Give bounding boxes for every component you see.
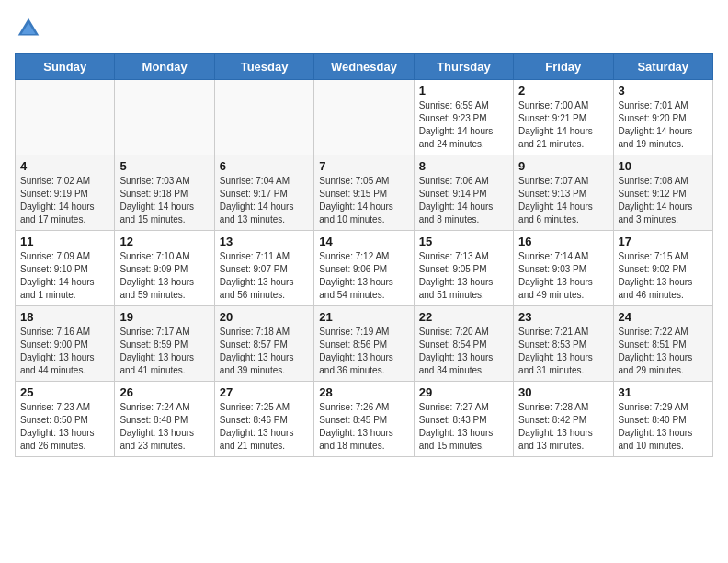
day-cell: 18Sunrise: 7:16 AM Sunset: 9:00 PM Dayli… [16,306,115,382]
day-number: 22 [419,310,508,324]
day-info: Sunrise: 7:18 AM Sunset: 8:57 PM Dayligh… [220,326,309,377]
week-row-4: 18Sunrise: 7:16 AM Sunset: 9:00 PM Dayli… [16,306,713,382]
day-cell: 31Sunrise: 7:29 AM Sunset: 8:40 PM Dayli… [613,382,712,457]
day-number: 25 [20,385,109,399]
day-info: Sunrise: 7:08 AM Sunset: 9:12 PM Dayligh… [619,175,708,226]
day-number: 4 [20,159,109,173]
day-info: Sunrise: 7:04 AM Sunset: 9:17 PM Dayligh… [220,175,309,226]
day-cell: 20Sunrise: 7:18 AM Sunset: 8:57 PM Dayli… [214,306,313,382]
day-number: 23 [518,310,608,324]
logo-icon [15,15,42,42]
day-cell: 27Sunrise: 7:25 AM Sunset: 8:46 PM Dayli… [214,382,313,457]
week-row-3: 11Sunrise: 7:09 AM Sunset: 9:10 PM Dayli… [16,231,713,306]
day-number: 17 [619,235,708,248]
day-cell: 29Sunrise: 7:27 AM Sunset: 8:43 PM Dayli… [414,382,513,457]
day-cell: 4Sunrise: 7:02 AM Sunset: 9:19 PM Daylig… [16,155,115,231]
day-cell: 22Sunrise: 7:20 AM Sunset: 8:54 PM Dayli… [414,306,513,382]
day-info: Sunrise: 7:10 AM Sunset: 9:09 PM Dayligh… [119,250,209,302]
calendar: SundayMondayTuesdayWednesdayThursdayFrid… [15,53,713,457]
day-number: 1 [419,84,508,98]
day-number: 30 [518,385,608,399]
weekday-sunday: Sunday [16,54,115,80]
day-number: 28 [319,385,408,399]
day-cell: 21Sunrise: 7:19 AM Sunset: 8:56 PM Dayli… [314,306,414,382]
day-number: 29 [419,385,508,399]
day-info: Sunrise: 7:09 AM Sunset: 9:10 PM Dayligh… [20,250,109,302]
day-info: Sunrise: 7:17 AM Sunset: 8:59 PM Dayligh… [119,326,209,377]
day-cell: 23Sunrise: 7:21 AM Sunset: 8:53 PM Dayli… [514,306,613,382]
day-info: Sunrise: 7:23 AM Sunset: 8:50 PM Dayligh… [20,401,109,453]
calendar-header: SundayMondayTuesdayWednesdayThursdayFrid… [16,54,713,80]
day-cell: 24Sunrise: 7:22 AM Sunset: 8:51 PM Dayli… [613,306,712,382]
day-info: Sunrise: 7:13 AM Sunset: 9:05 PM Dayligh… [419,250,508,302]
week-row-1: 1Sunrise: 6:59 AM Sunset: 9:23 PM Daylig… [16,80,713,155]
week-row-5: 25Sunrise: 7:23 AM Sunset: 8:50 PM Dayli… [16,382,713,457]
day-info: Sunrise: 7:22 AM Sunset: 8:51 PM Dayligh… [619,326,708,377]
day-number: 31 [619,385,708,399]
day-cell: 8Sunrise: 7:06 AM Sunset: 9:14 PM Daylig… [414,155,513,231]
day-info: Sunrise: 7:14 AM Sunset: 9:03 PM Dayligh… [518,250,608,302]
day-info: Sunrise: 7:02 AM Sunset: 9:19 PM Dayligh… [20,175,109,226]
day-info: Sunrise: 7:26 AM Sunset: 8:45 PM Dayligh… [319,401,408,453]
page-header [15,15,713,42]
day-number: 19 [119,310,209,324]
day-number: 8 [419,159,508,173]
day-cell: 17Sunrise: 7:15 AM Sunset: 9:02 PM Dayli… [613,231,712,306]
day-info: Sunrise: 7:24 AM Sunset: 8:48 PM Dayligh… [119,401,209,453]
day-cell: 26Sunrise: 7:24 AM Sunset: 8:48 PM Dayli… [115,382,214,457]
day-cell: 5Sunrise: 7:03 AM Sunset: 9:18 PM Daylig… [115,155,214,231]
day-number: 14 [319,235,408,248]
day-number: 20 [220,310,309,324]
week-row-2: 4Sunrise: 7:02 AM Sunset: 9:19 PM Daylig… [16,155,713,231]
weekday-saturday: Saturday [613,54,712,80]
day-number: 24 [619,310,708,324]
day-info: Sunrise: 7:20 AM Sunset: 8:54 PM Dayligh… [419,326,508,377]
day-cell: 6Sunrise: 7:04 AM Sunset: 9:17 PM Daylig… [214,155,313,231]
day-info: Sunrise: 7:15 AM Sunset: 9:02 PM Dayligh… [619,250,708,302]
day-number: 18 [20,310,109,324]
day-cell: 16Sunrise: 7:14 AM Sunset: 9:03 PM Dayli… [514,231,613,306]
day-cell: 13Sunrise: 7:11 AM Sunset: 9:07 PM Dayli… [214,231,313,306]
day-info: Sunrise: 7:29 AM Sunset: 8:40 PM Dayligh… [619,401,708,453]
day-info: Sunrise: 7:28 AM Sunset: 8:42 PM Dayligh… [518,401,608,453]
day-number: 2 [518,84,608,98]
day-number: 16 [518,235,608,248]
day-number: 5 [119,159,209,173]
weekday-friday: Friday [514,54,613,80]
day-cell: 10Sunrise: 7:08 AM Sunset: 9:12 PM Dayli… [613,155,712,231]
day-info: Sunrise: 7:05 AM Sunset: 9:15 PM Dayligh… [319,175,408,226]
weekday-tuesday: Tuesday [214,54,313,80]
day-number: 3 [619,84,708,98]
day-info: Sunrise: 6:59 AM Sunset: 9:23 PM Dayligh… [419,99,508,151]
day-info: Sunrise: 7:12 AM Sunset: 9:06 PM Dayligh… [319,250,408,302]
day-number: 11 [20,235,109,248]
logo [15,15,46,42]
day-info: Sunrise: 7:03 AM Sunset: 9:18 PM Dayligh… [119,175,209,226]
day-cell: 3Sunrise: 7:01 AM Sunset: 9:20 PM Daylig… [613,80,712,155]
day-info: Sunrise: 7:00 AM Sunset: 9:21 PM Dayligh… [518,99,608,151]
day-cell: 12Sunrise: 7:10 AM Sunset: 9:09 PM Dayli… [115,231,214,306]
day-number: 26 [119,385,209,399]
day-number: 21 [319,310,408,324]
day-info: Sunrise: 7:11 AM Sunset: 9:07 PM Dayligh… [220,250,309,302]
day-cell [314,80,414,155]
day-number: 10 [619,159,708,173]
day-cell [214,80,313,155]
day-number: 6 [220,159,309,173]
weekday-thursday: Thursday [414,54,513,80]
day-cell: 19Sunrise: 7:17 AM Sunset: 8:59 PM Dayli… [115,306,214,382]
day-cell: 1Sunrise: 6:59 AM Sunset: 9:23 PM Daylig… [414,80,513,155]
day-cell: 9Sunrise: 7:07 AM Sunset: 9:13 PM Daylig… [514,155,613,231]
day-number: 12 [119,235,209,248]
day-number: 7 [319,159,408,173]
calendar-body: 1Sunrise: 6:59 AM Sunset: 9:23 PM Daylig… [16,80,713,457]
day-cell: 15Sunrise: 7:13 AM Sunset: 9:05 PM Dayli… [414,231,513,306]
day-number: 15 [419,235,508,248]
day-info: Sunrise: 7:01 AM Sunset: 9:20 PM Dayligh… [619,99,708,151]
day-cell: 7Sunrise: 7:05 AM Sunset: 9:15 PM Daylig… [314,155,414,231]
weekday-wednesday: Wednesday [314,54,414,80]
day-info: Sunrise: 7:19 AM Sunset: 8:56 PM Dayligh… [319,326,408,377]
day-cell [115,80,214,155]
day-info: Sunrise: 7:16 AM Sunset: 9:00 PM Dayligh… [20,326,109,377]
day-info: Sunrise: 7:21 AM Sunset: 8:53 PM Dayligh… [518,326,608,377]
